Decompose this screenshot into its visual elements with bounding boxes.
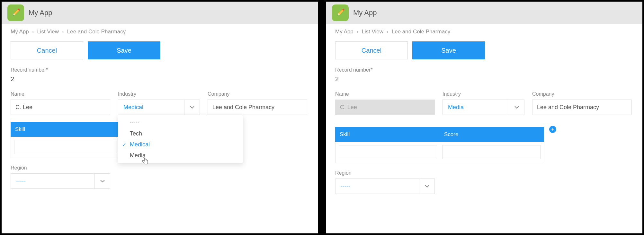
app-pencil-icon bbox=[7, 4, 24, 21]
industry-dropdown[interactable]: Media bbox=[443, 100, 524, 115]
industry-dropdown[interactable]: Medical ----- Tech ✓ Medical Media bbox=[118, 100, 200, 115]
breadcrumb-root[interactable]: My App bbox=[335, 29, 353, 35]
region-dropdown[interactable]: ----- bbox=[11, 173, 110, 189]
industry-label: Industry bbox=[443, 91, 524, 97]
panel-before: My App My App › List View › Lee and Cole… bbox=[1, 1, 318, 234]
industry-option-tech[interactable]: Tech bbox=[118, 128, 243, 139]
breadcrumb: My App › List View › Lee and Cole Pharma… bbox=[326, 24, 642, 35]
company-input[interactable] bbox=[208, 100, 307, 115]
check-icon: ✓ bbox=[122, 142, 126, 148]
skill-cell-input[interactable] bbox=[339, 145, 437, 159]
chevron-right-icon: › bbox=[387, 29, 389, 35]
breadcrumb-root[interactable]: My App bbox=[11, 29, 29, 35]
score-cell-input[interactable] bbox=[442, 145, 541, 159]
region-dropdown[interactable]: ----- bbox=[335, 178, 435, 194]
app-title: My App bbox=[353, 9, 377, 17]
region-value: ----- bbox=[11, 174, 94, 188]
panel-after: My App My App › List View › Lee and Cole… bbox=[326, 1, 643, 234]
button-row: Cancel Save bbox=[2, 35, 318, 67]
chevron-down-icon[interactable] bbox=[94, 174, 110, 188]
region-label: Region bbox=[335, 170, 435, 176]
breadcrumb-view[interactable]: List View bbox=[37, 29, 59, 35]
score-column-header: Score bbox=[440, 127, 544, 142]
industry-value: Medical bbox=[118, 100, 184, 115]
button-row: Cancel Save bbox=[326, 35, 642, 67]
region-label: Region bbox=[11, 165, 110, 171]
titlebar: My App bbox=[2, 2, 318, 24]
name-input bbox=[335, 100, 435, 115]
skill-cell-input[interactable] bbox=[14, 140, 116, 154]
region-value: ----- bbox=[335, 179, 419, 194]
industry-label: Industry bbox=[118, 91, 200, 97]
company-label: Company bbox=[532, 91, 632, 97]
breadcrumb-record[interactable]: Lee and Cole Pharmacy bbox=[392, 29, 450, 35]
chevron-down-icon[interactable] bbox=[419, 179, 434, 194]
record-number-value: 2 bbox=[335, 75, 633, 83]
chevron-right-icon: › bbox=[357, 29, 359, 35]
name-input[interactable] bbox=[11, 100, 110, 115]
industry-value: Media bbox=[443, 100, 509, 115]
company-label: Company bbox=[208, 91, 307, 97]
titlebar: My App bbox=[326, 2, 642, 24]
name-label: Name bbox=[11, 91, 110, 97]
industry-dropdown-menu: ----- Tech ✓ Medical Media bbox=[118, 115, 243, 163]
cancel-button[interactable]: Cancel bbox=[335, 41, 408, 59]
add-row-button[interactable]: + bbox=[549, 126, 556, 133]
company-input[interactable] bbox=[532, 100, 632, 115]
industry-option-blank[interactable]: ----- bbox=[118, 117, 243, 128]
save-button[interactable]: Save bbox=[88, 41, 160, 59]
save-button[interactable]: Save bbox=[412, 41, 485, 59]
chevron-right-icon: › bbox=[32, 29, 34, 35]
industry-option-medical-label: Medical bbox=[130, 141, 150, 148]
industry-option-medical[interactable]: ✓ Medical bbox=[118, 139, 243, 150]
name-label: Name bbox=[335, 91, 435, 97]
plus-icon: + bbox=[551, 127, 554, 132]
app-title: My App bbox=[29, 9, 52, 17]
record-number-label: Record number* bbox=[11, 67, 309, 73]
chevron-right-icon: › bbox=[62, 29, 64, 35]
breadcrumb-record[interactable]: Lee and Cole Pharmacy bbox=[67, 29, 126, 35]
chevron-down-icon[interactable] bbox=[184, 100, 200, 115]
breadcrumb-view[interactable]: List View bbox=[362, 29, 383, 35]
skill-column-header: Skill bbox=[11, 122, 120, 137]
app-pencil-icon bbox=[332, 4, 349, 21]
skill-column-header: Skill bbox=[335, 127, 440, 142]
industry-option-media[interactable]: Media bbox=[118, 150, 243, 161]
record-number-value: 2 bbox=[11, 75, 309, 83]
cancel-button[interactable]: Cancel bbox=[11, 41, 83, 59]
record-number-label: Record number* bbox=[335, 67, 633, 73]
chevron-down-icon[interactable] bbox=[509, 100, 524, 115]
breadcrumb: My App › List View › Lee and Cole Pharma… bbox=[2, 24, 318, 35]
